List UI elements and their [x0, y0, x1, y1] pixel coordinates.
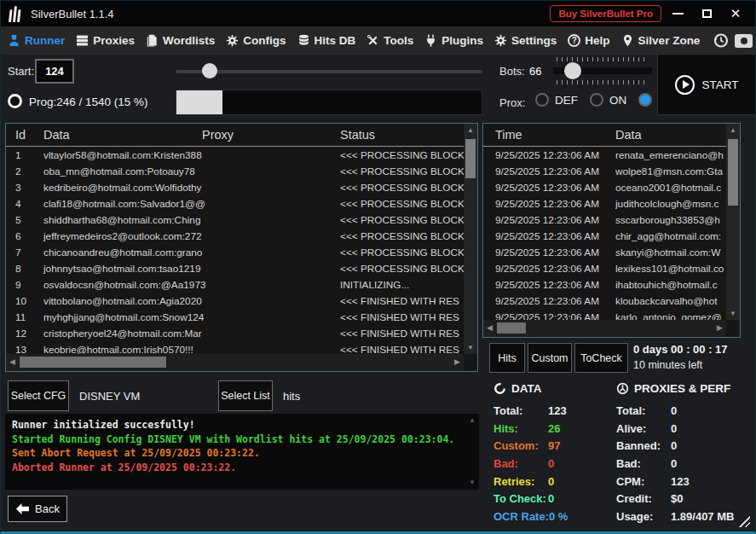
row-proxy [202, 180, 337, 196]
table-row[interactable]: 9/25/2025 12:23:06 AMihabtouhich@hotmail… [483, 277, 726, 293]
bullets-icon [9, 6, 21, 22]
bots-slider-thumb[interactable] [564, 62, 581, 79]
nav-item-silver-zone[interactable]: Silver Zone [621, 34, 701, 47]
prox-radio-on[interactable]: ON [590, 93, 626, 107]
vertical-scrollbar[interactable]: ▲ ▼ [464, 124, 477, 354]
nav-item-wordlists[interactable]: Wordlists [146, 34, 215, 47]
row-data: shiddhartha68@hotmail.com:Ching [43, 212, 205, 229]
nav-item-settings[interactable]: Settings [494, 34, 557, 47]
table-row[interactable]: 9/25/2025 12:23:06 AMkarlo_antonio_gomez… [483, 310, 726, 320]
buy-pro-button[interactable]: Buy SilverBullet Pro [550, 5, 661, 22]
row-status: <<< PROCESSING BLOCK [340, 180, 464, 196]
stat-label: CPM: [616, 473, 671, 491]
bots-slider[interactable] [553, 57, 652, 84]
scroll-up-icon[interactable]: ▲ [726, 126, 740, 134]
start-input[interactable] [35, 59, 74, 84]
prox-radio-def[interactable]: DEF [535, 93, 578, 107]
start-slider-track [176, 70, 482, 73]
proxy-stats-list: Total:0Alive:0Banned:0Bad:0CPM:123Credit… [616, 403, 734, 526]
tab-custom[interactable]: Custom [528, 343, 572, 373]
scroll-right-icon[interactable]: ▶ [717, 323, 723, 332]
scroll-left-icon[interactable]: ◀ [487, 323, 493, 332]
row-id: 8 [15, 261, 41, 277]
table-row[interactable]: 9/25/2025 12:23:06 AMsscarborough33853@h [483, 212, 726, 229]
minimize-button[interactable] [665, 1, 690, 26]
runner-log[interactable]: Runner initialized succesfully!Started R… [5, 414, 479, 490]
row-time: 9/25/2025 12:23:06 AM [495, 245, 615, 261]
plug-icon [424, 34, 437, 47]
scrollbar-thumb[interactable] [728, 139, 738, 206]
nav-item-proxies[interactable]: Proxies [76, 34, 135, 47]
back-button[interactable]: Back [8, 496, 67, 522]
select-list-button[interactable]: Select List [218, 380, 273, 411]
gear-icon [494, 34, 507, 47]
scroll-right-icon[interactable]: ▶ [454, 357, 460, 366]
log-line: Runner initialized succesfully! [12, 418, 472, 432]
nav-item-hits-db[interactable]: Hits DB [297, 34, 356, 47]
table-row[interactable]: 5shiddhartha68@hotmail.com:Ching<<< PROC… [6, 212, 464, 229]
start-slider[interactable] [176, 62, 482, 79]
scrollbar-thumb[interactable] [465, 139, 476, 178]
resize-grip[interactable] [738, 515, 750, 527]
stat-line: Retries:0 [493, 473, 568, 491]
nav-item-plugins[interactable]: Plugins [424, 34, 483, 47]
scrollbar-thumb[interactable] [497, 322, 526, 334]
table-row[interactable]: 3kedribeiro@hotmail.com:Wolfidothy<<< PR… [6, 180, 464, 196]
table-row[interactable]: 4clafi18@hotmail.com:Salvador1@@<<< PROC… [6, 196, 464, 212]
scrollbar-thumb[interactable] [20, 357, 166, 368]
table-row[interactable]: 9/25/2025 12:23:06 AMskanyi@hotmail.com:… [483, 245, 726, 261]
table-row[interactable]: 8johnnytsao@hotmail.com:tsao1219<<< PROC… [6, 261, 464, 277]
table-row[interactable]: 9/25/2025 12:23:06 AMoceano2001@hotmail.… [483, 180, 726, 196]
table-row[interactable]: 7chicanoandreu@hotmail.com:grano<<< PROC… [6, 245, 464, 261]
history-icon[interactable] [713, 32, 729, 49]
table-row[interactable]: 10vittobolano@hotmail.com:Agia2020<<< FI… [6, 293, 464, 310]
table-row[interactable]: 11myhghjjang@hotmail.com:Snow124<<< FINI… [6, 310, 464, 326]
stat-value: 0 % [549, 510, 568, 523]
scroll-down-icon[interactable]: ▼ [464, 344, 477, 351]
scroll-up-icon[interactable]: ▲ [464, 126, 477, 134]
scroll-left-icon[interactable]: ◀ [9, 357, 15, 366]
tab-hits[interactable]: Hits [489, 343, 525, 373]
radio-label: ON [609, 94, 626, 107]
table-row[interactable]: 9/25/2025 12:23:06 AMrenata_emerenciano@… [483, 148, 726, 164]
nav-label: Wordlists [163, 34, 215, 47]
horizontal-scrollbar[interactable]: ◀ ▶ [6, 354, 464, 371]
scroll-up-icon[interactable]: ▲ [469, 416, 476, 424]
vertical-scrollbar[interactable]: ▲ ▼ [726, 124, 740, 320]
start-slider-thumb[interactable] [202, 63, 217, 78]
table-row[interactable]: 13keobrie@hotmail.com:Irish0570!!!<<< FI… [6, 342, 464, 354]
table-row[interactable]: 12cristopheryoel24@hotmail.com:Mar<<< FI… [6, 326, 464, 342]
table-row[interactable]: 9osvaldocsn@hotmail.com:@Aa1973INITIALIZ… [6, 277, 464, 293]
close-button[interactable] [723, 1, 748, 26]
maximize-button[interactable] [694, 1, 719, 26]
camera-icon[interactable] [735, 34, 753, 48]
row-proxy [202, 212, 337, 229]
results-table-body: 1vltaylor58@hotmail.com:Kristen388<<< PR… [6, 148, 464, 354]
nav-item-configs[interactable]: Configs [226, 34, 286, 47]
start-button[interactable]: START [657, 54, 756, 115]
table-row[interactable]: 9/25/2025 12:23:06 AMchir_agg@hotmail.co… [483, 229, 726, 245]
stat-value: 0 [671, 439, 677, 452]
select-cfg-button[interactable]: Select CFG [8, 380, 69, 411]
table-row[interactable]: 9/25/2025 12:23:06 AMlexikess101@hotmail… [483, 261, 726, 277]
nav-item-help[interactable]: Help [568, 34, 609, 47]
horizontal-scrollbar[interactable]: ◀ ▶ [483, 320, 726, 337]
table-row[interactable]: 9/25/2025 12:23:06 AMwolpe81@msn.com:Gta [483, 164, 726, 180]
row-proxy [202, 293, 337, 310]
row-proxy [202, 245, 337, 261]
nav-label: Silver Zone [638, 34, 701, 47]
table-row[interactable]: 1vltaylor58@hotmail.com:Kristen388<<< PR… [6, 148, 464, 164]
table-row[interactable]: 9/25/2025 12:23:06 AMjudithcolclough@msn… [483, 196, 726, 212]
table-row[interactable]: 6jeffreymedeiros2@outlook.com:272<<< PRO… [6, 229, 464, 245]
stat-line: Alive:0 [616, 421, 734, 438]
row-data: ihabtouhich@hotmail.c [615, 277, 726, 293]
tab-tocheck[interactable]: ToCheck [574, 343, 628, 373]
nav-item-tools[interactable]: Tools [366, 34, 413, 47]
scroll-down-icon[interactable]: ▼ [726, 310, 740, 317]
nav-item-runner[interactable]: Runner [8, 34, 65, 47]
table-row[interactable]: 9/25/2025 12:23:06 AMkloubackcarvalho@ho… [483, 293, 726, 310]
scroll-down-icon[interactable]: ▼ [469, 479, 476, 486]
table-row[interactable]: 2oba_mn@hotmail.com:Potoauy78<<< PROCESS… [6, 164, 464, 180]
stat-label: OCR Rate: [493, 508, 549, 526]
stat-value: 123 [671, 475, 690, 488]
